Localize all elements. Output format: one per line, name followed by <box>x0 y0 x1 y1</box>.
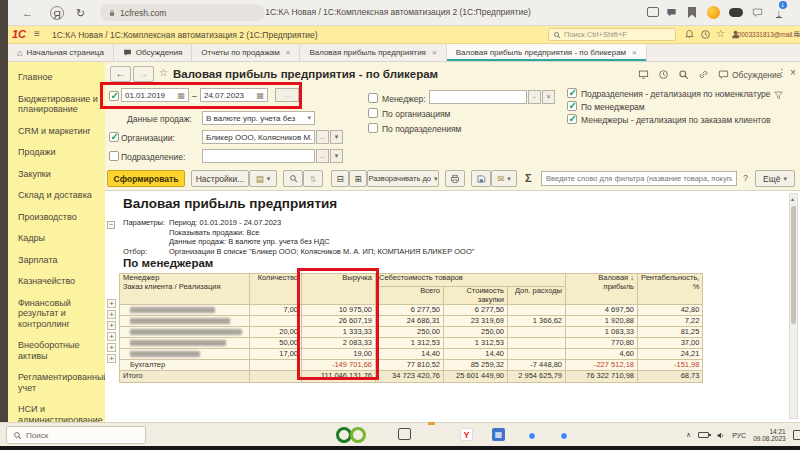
cell-extra[interactable]: 2 954 625,79 <box>508 371 566 383</box>
cell-purchase[interactable]: 250,00 <box>444 327 508 338</box>
notifications-icon[interactable] <box>793 430 800 440</box>
expand-row-icon[interactable]: + <box>107 343 116 352</box>
col-header-cost-total[interactable]: Всего <box>376 287 444 305</box>
manager-checkbox[interactable] <box>368 93 378 103</box>
cell-margin[interactable]: 37,00 <box>638 338 703 349</box>
taskbar-clock[interactable]: 14:21 09.08.2023 <box>753 428 786 443</box>
department-choose-button[interactable]: .. <box>316 149 329 163</box>
browser-menu-icon[interactable]: Я <box>50 6 64 20</box>
department-checkbox[interactable] <box>109 151 119 161</box>
forward-button[interactable]: → <box>133 66 154 82</box>
cell-purchase[interactable]: 14,40 <box>444 349 508 360</box>
print-button[interactable] <box>445 170 465 187</box>
cell-revenue[interactable]: 2 083,33 <box>302 338 376 349</box>
mgr-detail-checkbox[interactable] <box>567 114 577 124</box>
alice-icon[interactable] <box>707 6 720 19</box>
period-from-field[interactable]: 01.01.2019 ▦ <box>121 88 189 102</box>
cell-cost-total[interactable]: 34 723 420,76 <box>376 371 444 383</box>
generate-button[interactable]: Сформировать <box>107 170 185 187</box>
downloads-icon[interactable]: ↓1 <box>776 5 782 18</box>
browser-back-icon[interactable]: ← <box>22 5 33 21</box>
cell-manager[interactable] <box>120 327 250 338</box>
by-organizations-checkbox[interactable] <box>368 108 378 118</box>
task-view-icon[interactable] <box>398 428 411 440</box>
calculator-icon[interactable]: ▦ <box>492 428 505 441</box>
help-icon[interactable]: ? <box>743 173 748 183</box>
cell-extra[interactable]: 1 366,62 <box>508 316 566 327</box>
col-header-qty[interactable]: Количество <box>250 274 302 305</box>
tab-gross-profit[interactable]: Валовая прибыль предприятия × <box>300 44 446 61</box>
discussion-bubble-icon[interactable] <box>718 69 729 80</box>
browser-refresh-icon[interactable]: ↻ <box>76 5 85 21</box>
cell-cost-total[interactable]: 77 810,52 <box>376 360 444 371</box>
cell-margin[interactable]: 24,21 <box>638 349 703 360</box>
tab-home[interactable]: ⌂ Начальная страница <box>8 44 114 61</box>
report-variants-button[interactable]: ▤▾ <box>249 170 277 187</box>
find-button[interactable] <box>283 170 303 187</box>
group-collapse-marker[interactable]: − <box>107 221 115 229</box>
sidebar-item-main[interactable]: Главное <box>18 72 105 83</box>
star-icon[interactable]: ☆ <box>159 67 168 78</box>
send-mail-button[interactable]: ✉▾ <box>491 170 517 187</box>
extensions-icon[interactable] <box>752 7 763 18</box>
tab-gross-profit-blikery[interactable]: Валовая прибыль предприятия - по бликера… <box>447 44 647 61</box>
totals-row[interactable]: Итого 111 046 131,76 34 723 420,76 25 60… <box>120 371 703 383</box>
cell-extra[interactable] <box>508 349 566 360</box>
service-menu-icon[interactable]: ≡ <box>794 28 800 39</box>
sidebar-item-assets[interactable]: Внеоборотные активы <box>18 340 105 361</box>
cell-gross[interactable]: -227 512,18 <box>566 360 638 371</box>
cell-cost-total[interactable]: 250,00 <box>376 327 444 338</box>
tabs-panel-icon[interactable] <box>647 7 659 17</box>
col-header-margin[interactable]: Рентабельность, % <box>638 274 703 305</box>
expand-to-dropdown[interactable]: Разворачивать до▾ <box>367 170 439 187</box>
more-dots-icon[interactable]: ⋮ <box>777 67 787 78</box>
cell-purchase[interactable]: 25 601 449,90 <box>444 371 508 383</box>
close-form-icon[interactable]: × <box>790 67 796 78</box>
sidebar-item-finresult[interactable]: Финансовый результат и контроллинг <box>18 298 105 330</box>
cell-extra[interactable] <box>508 338 566 349</box>
cell-qty[interactable]: 50,00 <box>250 338 302 349</box>
cell-extra[interactable] <box>508 305 566 316</box>
comments-icon[interactable] <box>666 7 677 18</box>
cell-purchase[interactable]: 85 259,32 <box>444 360 508 371</box>
scroll-up-icon[interactable]: ▴ <box>791 195 794 202</box>
cell-purchase[interactable]: 1 312,53 <box>444 338 508 349</box>
sidebar-item-purchases[interactable]: Закупки <box>18 169 105 180</box>
cell-gross[interactable]: 76 322 710,98 <box>566 371 638 383</box>
manager-clear-button[interactable]: - <box>528 90 541 104</box>
dep-detail-checkbox[interactable] <box>567 88 577 98</box>
battery-icon[interactable] <box>698 432 709 438</box>
filter-funnel-icon[interactable] <box>773 90 784 101</box>
cell-margin[interactable]: 81,25 <box>638 327 703 338</box>
period-checkbox[interactable] <box>109 91 119 101</box>
cell-manager[interactable]: Итого <box>120 371 250 383</box>
cell-purchase[interactable]: 6 277,50 <box>444 305 508 316</box>
table-row[interactable]: 20,00 1 333,33 250,00 250,00 1 083,33 81… <box>120 327 703 338</box>
cell-margin[interactable]: -151,98 <box>638 360 703 371</box>
cell-revenue[interactable]: 1 333,33 <box>302 327 376 338</box>
global-search[interactable]: Поиск Ctrl+Shift+F <box>548 28 676 41</box>
sidebar-item-crm[interactable]: CRM и маркетинг <box>18 126 105 137</box>
table-row[interactable]: 26 607,19 24 686,31 23 319,69 1 366,62 1… <box>120 316 703 327</box>
history-icon[interactable] <box>700 29 711 40</box>
cell-manager[interactable] <box>120 349 250 360</box>
calendar-icon[interactable]: ▦ <box>256 91 264 100</box>
user-account[interactable]: 80003331813@mail.ru <box>734 31 800 38</box>
cell-margin[interactable]: 7,22 <box>638 316 703 327</box>
by-departments-checkbox[interactable] <box>368 123 378 133</box>
col-header-cost-group[interactable]: Себестоимость товаров <box>376 274 566 287</box>
find-in-report-icon[interactable] <box>678 69 689 80</box>
col-header-extra[interactable]: Доп. расходы <box>508 287 566 305</box>
expand-row-icon[interactable]: + <box>107 299 116 308</box>
tab-discussions[interactable]: Обсуждения <box>114 44 193 61</box>
expand-row-icon[interactable]: + <box>107 321 116 330</box>
organizations-choose-button[interactable]: .. <box>316 130 329 144</box>
cell-qty[interactable] <box>250 316 302 327</box>
table-row[interactable]: 7,00 10 975,00 6 277,50 6 277,50 4 697,5… <box>120 305 703 316</box>
back-button[interactable]: ← <box>110 66 131 82</box>
get-link-icon[interactable] <box>698 69 709 80</box>
cell-purchase[interactable]: 23 319,69 <box>444 316 508 327</box>
more-button[interactable]: Ещё▾ <box>755 170 795 187</box>
sales-data-select[interactable]: В валюте упр. учета без ▾ <box>202 111 315 125</box>
organizations-dropdown-button[interactable]: ▾ <box>330 130 343 144</box>
